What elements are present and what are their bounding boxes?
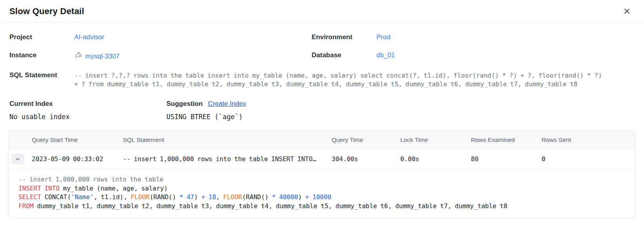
query-info-section: Project AI-advisor Environment Prod Inst… — [0, 22, 644, 88]
code-line: FROM dummy_table t1, dummy_table t2, dum… — [18, 202, 626, 211]
index-section: Current Index Suggestion Create Index No… — [0, 100, 644, 121]
col-rows-examined: Rows Examined — [471, 136, 542, 143]
close-icon[interactable]: ✕ — [622, 6, 632, 17]
dialog-header: Slow Query Detail ✕ — [0, 0, 644, 22]
chevron-down-icon — [15, 156, 20, 162]
instance-link[interactable]: mysql-3307 — [85, 53, 120, 60]
expanded-sql-code: -- insert 1,000,000 rows into the tableI… — [9, 169, 635, 217]
create-index-link[interactable]: Create Index — [208, 100, 246, 108]
current-index-label: Current Index — [9, 100, 53, 107]
code-line: SELECT CONCAT('Name', t1.id), FLOOR(RAND… — [18, 193, 626, 202]
environment-link[interactable]: Prod — [376, 33, 390, 41]
info-row-sql-statement: SQL Statement -- insert ?,?,? rows into … — [9, 71, 635, 88]
col-query-time: Query Time — [332, 136, 400, 143]
col-rows-sent: Rows Sent — [542, 136, 635, 143]
database-label: Database — [312, 51, 376, 59]
mysql-dolphin-icon — [74, 51, 82, 61]
cell-rows-sent: 0 — [542, 155, 635, 163]
project-link[interactable]: AI-advisor — [74, 33, 104, 41]
page-title: Slow Query Detail — [9, 6, 84, 16]
cell-rows-examined: 80 — [471, 155, 542, 163]
table-header-row: Query Start Time SQL Statement Query Tim… — [9, 131, 635, 149]
code-line: -- insert 1,000,000 rows into the table — [18, 175, 626, 184]
table-row: 2023-05-09 00:33:02 -- insert 1,000,000 … — [9, 149, 635, 169]
sql-statement-label: SQL Statement — [9, 71, 74, 79]
code-line: INSERT INTO my_table (name, age, salary) — [18, 184, 626, 193]
col-lock-time: Lock Time — [400, 136, 471, 143]
cell-query-time: 304.00s — [332, 155, 400, 163]
cell-sql-statement-preview: -- insert 1,000,000 rows into the table … — [123, 155, 332, 163]
info-row-project-environment: Project AI-advisor Environment Prod — [9, 33, 635, 41]
instance-label: Instance — [9, 51, 74, 59]
suggestion-value: USING BTREE (`age`) — [166, 113, 243, 121]
current-index-value: No usable index — [9, 113, 166, 121]
info-row-instance-database: Instance mysql-3307 Database db_01 — [9, 51, 635, 61]
environment-label: Environment — [312, 33, 376, 41]
database-link[interactable]: db_01 — [376, 51, 395, 59]
project-label: Project — [9, 33, 74, 41]
row-expand-button[interactable] — [11, 154, 24, 164]
slow-query-table: Query Start Time SQL Statement Query Tim… — [9, 131, 635, 218]
cell-lock-time: 0.00s — [400, 155, 471, 163]
cell-query-start-time: 2023-05-09 00:33:02 — [32, 155, 123, 163]
col-sql-statement: SQL Statement — [123, 136, 332, 143]
suggestion-label: Suggestion — [166, 100, 203, 108]
col-query-start-time: Query Start Time — [32, 136, 123, 143]
sql-statement-text: -- insert ?,?,? rows into the table inse… — [74, 71, 604, 88]
